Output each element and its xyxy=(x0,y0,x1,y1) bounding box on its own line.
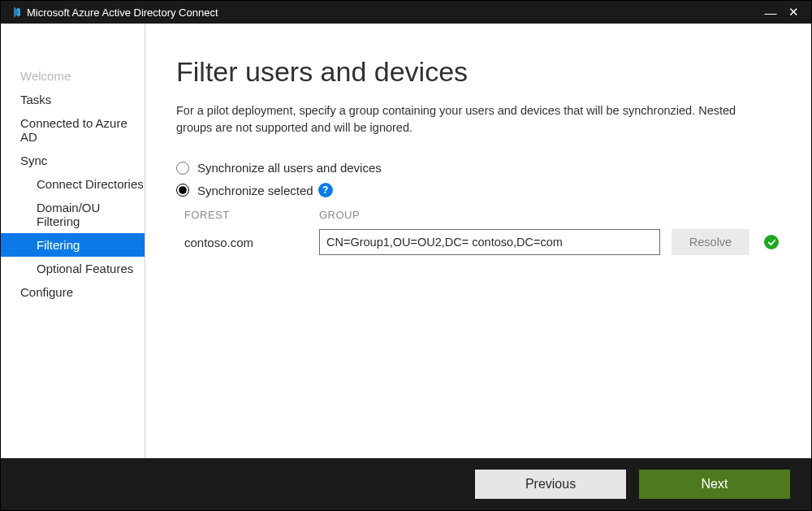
window-title: Microsoft Azure Active Directory Connect xyxy=(27,6,759,19)
resolve-button[interactable]: Resolve xyxy=(672,229,749,255)
sidebar-item-connect-directories[interactable]: Connect Directories xyxy=(1,172,145,196)
check-success-icon xyxy=(764,235,779,249)
sidebar-item-tasks[interactable]: Tasks xyxy=(1,88,145,111)
close-button[interactable]: ✕ xyxy=(782,5,805,19)
app-window: Microsoft Azure Active Directory Connect… xyxy=(0,0,812,511)
option-sync-all-label: Synchronize all users and devices xyxy=(197,161,382,175)
header-forest: FOREST xyxy=(184,209,319,221)
grid-headers: FOREST GROUP xyxy=(184,209,779,221)
page-description: For a pilot deployment, specify a group … xyxy=(176,102,761,136)
option-sync-selected[interactable]: Synchronize selected ? xyxy=(176,183,779,197)
sidebar-item-domain-ou-filtering[interactable]: Domain/OU Filtering xyxy=(1,196,145,233)
forest-value: contoso.com xyxy=(184,236,319,249)
main-content: Filter users and devices For a pilot dep… xyxy=(145,24,811,458)
sidebar-item-connected-to-azure-ad[interactable]: Connected to Azure AD xyxy=(1,111,145,149)
title-bar: Microsoft Azure Active Directory Connect… xyxy=(1,1,811,24)
header-group: GROUP xyxy=(319,209,660,221)
group-input[interactable] xyxy=(319,229,660,255)
sidebar-item-optional-features[interactable]: Optional Features xyxy=(1,257,145,280)
previous-button[interactable]: Previous xyxy=(475,470,626,499)
sidebar-item-sync[interactable]: Sync xyxy=(1,149,145,172)
option-sync-all[interactable]: Synchronize all users and devices xyxy=(176,161,779,175)
wizard-sidebar: Welcome Tasks Connected to Azure AD Sync… xyxy=(1,24,145,458)
sidebar-item-welcome: Welcome xyxy=(1,64,145,88)
help-icon[interactable]: ? xyxy=(318,183,333,197)
page-title: Filter users and devices xyxy=(176,56,779,88)
window-body: Welcome Tasks Connected to Azure AD Sync… xyxy=(1,24,811,458)
sidebar-item-configure[interactable]: Configure xyxy=(1,280,145,304)
wizard-footer: Previous Next xyxy=(1,458,811,510)
option-sync-selected-label: Synchronize selected xyxy=(197,184,313,197)
filter-grid: FOREST GROUP contoso.com Resolve xyxy=(184,209,779,255)
next-button[interactable]: Next xyxy=(639,470,790,499)
minimize-button[interactable]: — xyxy=(759,6,782,19)
azure-ad-connect-logo-icon xyxy=(7,6,20,19)
sidebar-item-filtering[interactable]: Filtering xyxy=(1,233,145,257)
radio-sync-selected[interactable] xyxy=(176,184,189,197)
radio-sync-all[interactable] xyxy=(176,162,189,175)
filter-row: contoso.com Resolve xyxy=(184,229,779,255)
